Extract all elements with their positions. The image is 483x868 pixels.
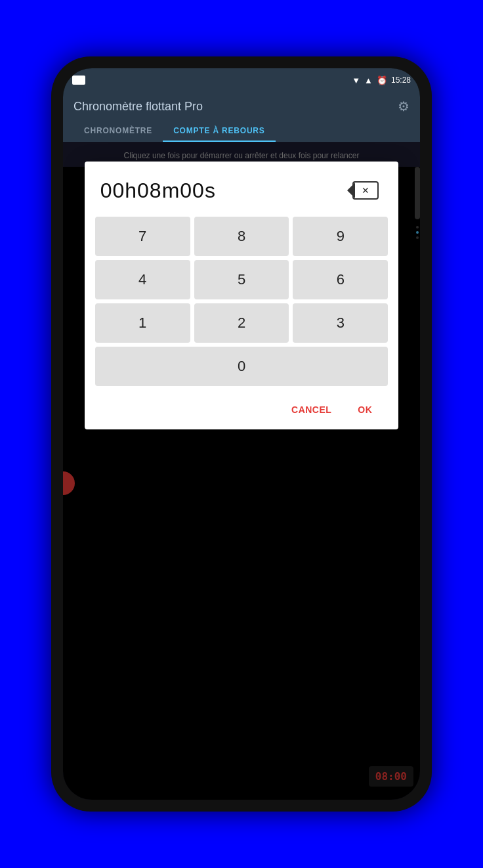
backspace-x-icon: ✕ [362,185,369,196]
backspace-button[interactable]: ✕ [348,177,383,204]
status-app-icon [72,76,85,85]
main-content: Cliquez une fois pour démarrer ou arrête… [63,142,420,800]
app-header: Chronomètre flottant Pro ⚙ CHRONOMÈTRE C… [63,92,420,142]
signal-icon: ▲ [364,76,373,85]
dialog-overlay: 00h08m00s ✕ 7 8 9 [63,142,420,800]
num-btn-2[interactable]: 2 [194,303,289,343]
app-title-row: Chronomètre flottant Pro ⚙ [74,98,410,121]
ok-button[interactable]: OK [347,399,383,420]
num-btn-5[interactable]: 5 [194,260,289,299]
phone-screen: ▼ ▲ ⏰ 15:28 Chronomètre flottant Pro ⚙ C… [63,68,420,800]
num-btn-7[interactable]: 7 [95,217,190,256]
dialog-actions: CANCEL OK [95,390,388,429]
alarm-icon: ⏰ [377,76,387,85]
wifi-icon: ▼ [352,76,360,85]
tab-compte-rebours[interactable]: COMPTE À REBOURS [163,121,275,142]
status-bar: ▼ ▲ ⏰ 15:28 [63,68,420,92]
numpad-dialog: 00h08m00s ✕ 7 8 9 [85,162,399,429]
dialog-time-display: 00h08m00s [100,179,216,203]
numpad-row-4: 0 [95,347,388,386]
numpad-row-1: 7 8 9 [95,217,388,256]
num-btn-4[interactable]: 4 [95,260,190,299]
status-time: 15:28 [391,76,411,85]
num-btn-9[interactable]: 9 [293,217,388,256]
num-btn-1[interactable]: 1 [95,303,190,343]
dialog-time-row: 00h08m00s ✕ [95,177,388,204]
backspace-icon: ✕ [352,181,379,200]
status-left [72,76,85,85]
gear-icon[interactable]: ⚙ [398,98,410,114]
tab-bar: CHRONOMÈTRE COMPTE À REBOURS [74,121,410,142]
num-btn-0[interactable]: 0 [95,347,388,386]
num-btn-3[interactable]: 3 [293,303,388,343]
cancel-button[interactable]: CANCEL [281,399,342,420]
numpad: 7 8 9 4 5 6 1 2 3 [95,217,388,386]
numpad-row-2: 4 5 6 [95,260,388,299]
tab-chronometre[interactable]: CHRONOMÈTRE [74,121,163,142]
numpad-row-3: 1 2 3 [95,303,388,343]
status-right: ▼ ▲ ⏰ 15:28 [352,76,411,85]
app-title: Chronomètre flottant Pro [74,100,203,114]
num-btn-6[interactable]: 6 [293,260,388,299]
phone-frame: ▼ ▲ ⏰ 15:28 Chronomètre flottant Pro ⚙ C… [51,56,432,812]
num-btn-8[interactable]: 8 [194,217,289,256]
